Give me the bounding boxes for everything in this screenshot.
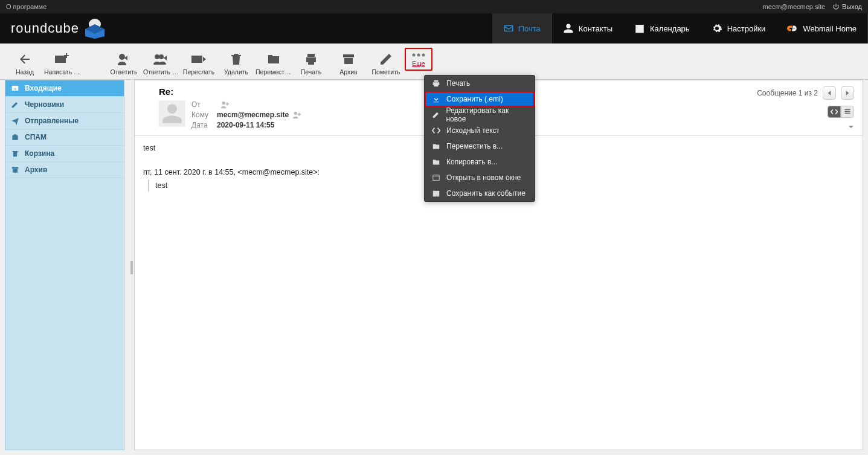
trash-icon	[228, 52, 245, 66]
toolbar: Назад Написать с... Ответить Ответить вс…	[0, 44, 868, 80]
edit-icon	[432, 111, 440, 119]
view-toggle	[828, 106, 854, 118]
more-dropdown: Печать Сохранить (.eml) Редактировать ка…	[424, 75, 535, 202]
archive-button[interactable]: Архив	[330, 44, 367, 79]
message-counter: Сообщение 1 из 2	[757, 89, 818, 97]
header-tabs: Почта Контакты Календарь Настройки Webma…	[492, 13, 868, 44]
add-contact-icon[interactable]	[292, 111, 301, 119]
mark-button[interactable]: Пометить	[367, 44, 405, 79]
tab-mail-label: Почта	[519, 24, 541, 33]
print-icon	[303, 52, 320, 66]
archive-icon	[340, 52, 357, 66]
dropdown-new-window[interactable]: Открыть в новом окне	[425, 170, 535, 186]
tab-calendar[interactable]: Календарь	[623, 13, 701, 44]
mail-icon	[503, 23, 514, 34]
more-button[interactable]: Еще	[405, 48, 432, 71]
folder-list: Входящие Черновики Отправленные СПАМ Кор…	[5, 80, 124, 450]
dropdown-save-eml[interactable]: Сохранить (.eml)	[425, 91, 535, 107]
view-html-button[interactable]	[828, 106, 841, 118]
logout-link[interactable]: Выход	[832, 3, 862, 10]
archive-icon	[10, 166, 20, 174]
folder-spam[interactable]: СПАМ	[5, 129, 124, 146]
sent-icon	[10, 117, 20, 125]
avatar	[159, 100, 185, 127]
reply-button[interactable]: Ответить	[105, 44, 143, 79]
delete-button[interactable]: Удалить	[217, 44, 255, 79]
message-counter-bar: Сообщение 1 из 2	[757, 86, 854, 100]
logo: roundcube	[0, 13, 492, 44]
move-icon	[432, 142, 440, 150]
account-email: mecm@mecmep.site	[763, 3, 825, 10]
forward-button[interactable]: Переслать	[180, 44, 217, 79]
forward-icon	[190, 52, 207, 66]
header-toggle[interactable]	[848, 123, 854, 131]
add-contact-icon[interactable]	[220, 100, 229, 109]
logout-label: Выход	[842, 3, 862, 10]
svg-point-3	[422, 54, 425, 57]
calendar-icon	[634, 23, 645, 34]
more-icon	[410, 53, 427, 57]
dropdown-save-event[interactable]: Сохранить как событие	[425, 186, 535, 201]
tab-mail[interactable]: Почта	[492, 13, 551, 44]
save-event-icon	[432, 189, 440, 198]
tab-contacts-label: Контакты	[579, 24, 612, 33]
date-value: 2020-09-11 14:55	[217, 121, 274, 129]
dropdown-edit-as-new[interactable]: Редактировать как новое	[425, 107, 535, 123]
mark-icon	[378, 52, 394, 66]
arrow-left-icon	[16, 52, 33, 66]
folder-drafts[interactable]: Черновики	[5, 97, 124, 113]
tab-settings[interactable]: Настройки	[701, 13, 777, 44]
copy-icon	[432, 158, 440, 166]
spam-icon	[10, 133, 20, 141]
print-button[interactable]: Печать	[292, 44, 330, 79]
inbox-icon	[10, 84, 20, 92]
compose-button[interactable]: Написать с...	[43, 44, 81, 79]
date-label: Дата	[191, 121, 213, 129]
trash-icon	[10, 149, 20, 158]
dropdown-source[interactable]: Исходный текст	[425, 123, 535, 138]
logo-icon	[83, 18, 107, 39]
topbar: О программе mecm@mecmep.site Выход	[0, 0, 868, 13]
cpanel-icon	[787, 23, 798, 34]
back-button[interactable]: Назад	[6, 44, 43, 79]
prev-message-button[interactable]	[823, 86, 836, 100]
about-link[interactable]: О программе	[6, 3, 47, 10]
svg-point-1	[413, 54, 416, 57]
print-icon	[432, 79, 440, 88]
app-header: roundcube Почта Контакты Календарь Настр…	[0, 13, 868, 44]
to-label: Кому	[191, 111, 213, 119]
from-label: От	[191, 100, 213, 109]
to-value: mecm@mecmep.site	[217, 111, 289, 119]
dropdown-copy-to[interactable]: Копировать в...	[425, 154, 535, 170]
move-button[interactable]: Переместить	[255, 44, 292, 79]
folder-sent[interactable]: Отправленные	[5, 113, 124, 129]
gear-icon	[712, 23, 722, 34]
pane-splitter[interactable]	[129, 80, 134, 455]
pencil-icon	[10, 100, 20, 109]
folder-inbox[interactable]: Входящие	[5, 80, 124, 97]
tab-webmail-home[interactable]: Webmail Home	[776, 13, 867, 44]
reply-all-button[interactable]: Ответить вс...	[143, 44, 180, 79]
svg-point-2	[417, 54, 420, 57]
tab-webmail-home-label: Webmail Home	[803, 24, 857, 33]
new-window-icon	[432, 173, 440, 182]
user-icon	[563, 23, 574, 34]
tab-calendar-label: Календарь	[650, 24, 690, 33]
next-message-button[interactable]	[841, 86, 854, 100]
reply-icon	[115, 52, 132, 66]
reply-all-icon	[153, 52, 170, 66]
tab-settings-label: Настройки	[727, 24, 766, 33]
download-icon	[432, 95, 440, 103]
dropdown-print[interactable]: Печать	[425, 76, 535, 91]
folder-trash[interactable]: Корзина	[5, 146, 124, 162]
code-icon	[432, 126, 440, 135]
folder-move-icon	[265, 52, 282, 66]
power-icon	[832, 3, 840, 10]
dropdown-move-to[interactable]: Переместить в...	[425, 138, 535, 154]
folder-archive[interactable]: Архив	[5, 162, 124, 178]
tab-contacts[interactable]: Контакты	[552, 13, 623, 44]
view-text-button[interactable]	[841, 106, 854, 118]
compose-icon	[54, 52, 71, 66]
